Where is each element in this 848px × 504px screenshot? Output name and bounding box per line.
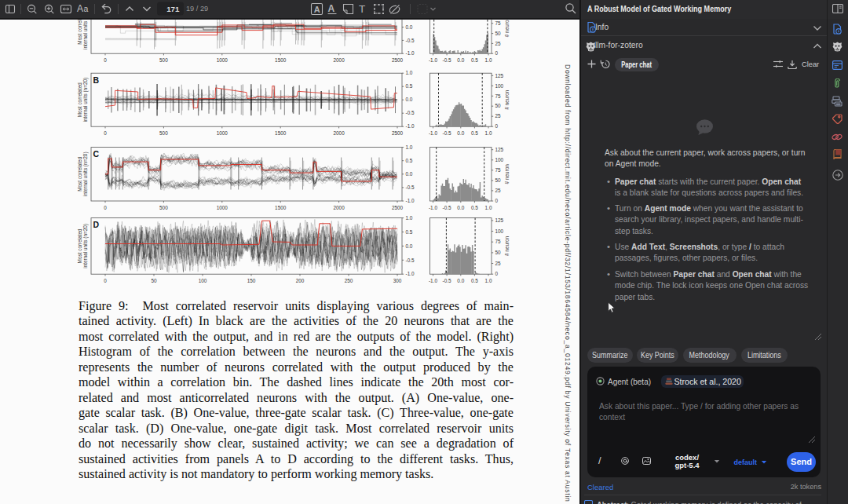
- svg-text:-1.0: -1.0: [406, 198, 415, 203]
- svg-text:300: 300: [393, 278, 402, 283]
- svg-text:-1.0: -1.0: [429, 278, 437, 283]
- svg-text:125: 125: [495, 73, 504, 79]
- svg-text:-1.0: -1.0: [406, 123, 415, 129]
- svg-text:100: 100: [199, 278, 207, 283]
- svg-text:50: 50: [495, 103, 502, 108]
- svg-text:0.0: 0.0: [457, 278, 464, 283]
- svg-text:0.0: 0.0: [406, 24, 413, 30]
- svg-text:75: 75: [495, 20, 502, 26]
- svg-text:50: 50: [495, 250, 502, 255]
- svg-text:A: A: [328, 3, 335, 14]
- svg-text:internal units (n=20): internal units (n=20): [83, 224, 90, 268]
- svg-text:50: 50: [151, 278, 157, 283]
- svg-text:0: 0: [104, 57, 107, 63]
- svg-text:0.5: 0.5: [471, 130, 478, 136]
- svg-text:1.0: 1.0: [406, 215, 413, 221]
- svg-text:0.0: 0.0: [406, 97, 413, 102]
- svg-text:Most correlated: Most correlated: [78, 228, 83, 263]
- svg-text:0: 0: [495, 198, 499, 203]
- svg-text:1.0: 1.0: [485, 205, 492, 210]
- svg-text:100: 100: [495, 228, 504, 234]
- svg-text:-0.5: -0.5: [406, 38, 415, 43]
- svg-text:1000: 1000: [217, 205, 228, 210]
- svg-text:150: 150: [247, 278, 256, 283]
- svg-text:0.5: 0.5: [471, 57, 478, 63]
- svg-text:1500: 1500: [275, 205, 287, 210]
- svg-text:-0.5: -0.5: [443, 278, 451, 283]
- svg-text:0.0: 0.0: [457, 57, 464, 63]
- svg-text:125: 125: [495, 147, 504, 152]
- svg-text:-1.0: -1.0: [406, 271, 415, 276]
- svg-text:a: a: [84, 4, 89, 13]
- svg-text:1000: 1000: [217, 57, 228, 63]
- svg-text:internal units (n=20): internal units (n=20): [83, 152, 90, 196]
- svg-text:# neuron: # neuron: [504, 89, 510, 110]
- svg-text:0: 0: [495, 271, 499, 276]
- svg-text:125: 125: [495, 217, 504, 223]
- svg-text:0.5: 0.5: [471, 205, 478, 210]
- svg-text:25: 25: [495, 113, 502, 119]
- svg-text:Most correlated: Most correlated: [78, 20, 83, 45]
- svg-text:internal units (n=20): internal units (n=20): [83, 20, 90, 49]
- svg-text:75: 75: [495, 93, 502, 99]
- svg-text:0: 0: [104, 130, 107, 136]
- svg-text:1.0: 1.0: [485, 57, 492, 63]
- svg-text:-0.5: -0.5: [443, 205, 451, 210]
- svg-text:0: 0: [104, 205, 107, 210]
- svg-text:internal units (n=20): internal units (n=20): [83, 78, 90, 122]
- svg-text:T: T: [359, 3, 365, 15]
- svg-text:171: 171: [166, 5, 180, 13]
- svg-text:# neuron: # neuron: [504, 164, 510, 184]
- svg-text:100: 100: [495, 157, 504, 163]
- svg-text:0.5: 0.5: [406, 229, 413, 235]
- svg-text:1.0: 1.0: [485, 130, 492, 136]
- svg-text:C: C: [93, 149, 100, 159]
- svg-text:-1.0: -1.0: [429, 130, 437, 136]
- svg-text:250: 250: [345, 278, 353, 283]
- svg-text:100: 100: [495, 83, 504, 89]
- svg-text:Most correlated: Most correlated: [78, 156, 83, 191]
- svg-text:-0.5: -0.5: [406, 257, 415, 263]
- svg-text:A: A: [77, 3, 83, 14]
- svg-text:25: 25: [495, 188, 502, 193]
- svg-text:0.5: 0.5: [406, 158, 413, 163]
- svg-text:0.0: 0.0: [406, 243, 413, 249]
- svg-text:25: 25: [495, 41, 502, 46]
- svg-text:A: A: [314, 5, 320, 14]
- svg-text:2500: 2500: [392, 57, 404, 63]
- svg-text:-1.0: -1.0: [406, 50, 415, 56]
- svg-text:2000: 2000: [333, 57, 345, 63]
- svg-text:0: 0: [495, 123, 499, 129]
- svg-text:-0.5: -0.5: [443, 130, 451, 136]
- svg-text:1500: 1500: [275, 57, 287, 63]
- svg-text:2500: 2500: [392, 205, 404, 210]
- svg-text:1.0: 1.0: [485, 278, 492, 283]
- svg-text:B: B: [93, 75, 100, 85]
- svg-text:0.0: 0.0: [457, 130, 464, 136]
- svg-text:500: 500: [159, 205, 168, 210]
- svg-text:0.5: 0.5: [471, 278, 478, 283]
- svg-text:-0.5: -0.5: [406, 184, 415, 190]
- svg-text:200: 200: [296, 278, 305, 283]
- svg-text:-0.5: -0.5: [443, 57, 451, 63]
- svg-text:2000: 2000: [333, 130, 345, 136]
- svg-text:-1.0: -1.0: [429, 57, 437, 63]
- svg-text:19 / 29: 19 / 29: [186, 5, 208, 13]
- svg-text:50: 50: [495, 31, 502, 36]
- svg-text:# neuron: # neuron: [504, 236, 510, 256]
- svg-text:1.0: 1.0: [406, 144, 413, 150]
- svg-text:0: 0: [495, 50, 499, 56]
- svg-text:0.0: 0.0: [457, 205, 464, 210]
- svg-text:1500: 1500: [275, 130, 287, 136]
- svg-text:500: 500: [159, 130, 168, 136]
- svg-text:25: 25: [495, 261, 502, 266]
- svg-text:2000: 2000: [333, 205, 345, 210]
- svg-text:D: D: [93, 220, 100, 229]
- svg-text:-0.5: -0.5: [406, 110, 415, 115]
- svg-text:Most correlated: Most correlated: [78, 82, 83, 117]
- svg-text:2500: 2500: [392, 130, 404, 136]
- svg-text:# neuron: # neuron: [504, 20, 510, 37]
- svg-text:75: 75: [495, 167, 502, 173]
- svg-text:1.0: 1.0: [406, 70, 413, 75]
- svg-text:50: 50: [495, 177, 502, 183]
